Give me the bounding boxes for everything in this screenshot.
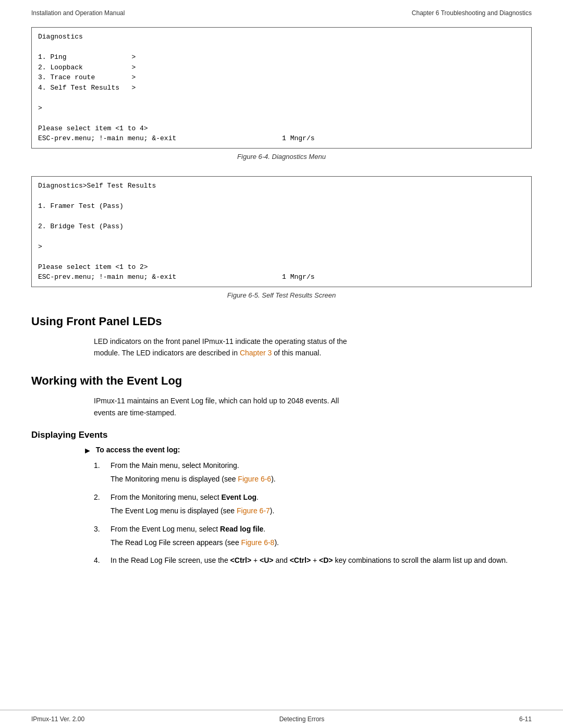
arrow-icon: ► [83, 446, 92, 455]
step-4-rest: key combinations to scroll the alarm lis… [333, 556, 508, 564]
step-4-code2: <U> [260, 556, 273, 564]
step-2-content: From the Monitoring menu, select Event L… [111, 491, 532, 517]
steps-list: From the Main menu, select Monitoring. T… [94, 460, 532, 566]
step-4: In the Read Log File screen, use the <Ct… [94, 554, 532, 566]
step-1: From the Main menu, select Monitoring. T… [94, 460, 532, 485]
footer-right: 6-11 [519, 715, 532, 723]
step-3-sub-text: The Read Log File screen appears (see [111, 538, 241, 547]
step-2-bold: Event Log [221, 493, 256, 501]
step-2-suffix: . [256, 493, 259, 501]
step-1-sub: The Monitoring menu is displayed (see Fi… [111, 473, 532, 485]
step-4-plus2: + [311, 556, 319, 564]
figure6-6-link[interactable]: Figure 6-6 [238, 475, 271, 483]
figure4-caption: Figure 6-4. Diagnostics Menu [31, 153, 532, 161]
page: Installation and Operation Manual Chapte… [0, 0, 563, 728]
section1-body2: module. The LED indicators are described… [94, 349, 240, 357]
step-2: From the Monitoring menu, select Event L… [94, 491, 532, 517]
step-1-sub-text: The Monitoring menu is displayed (see [111, 475, 238, 483]
step-3-bold: Read log file [220, 525, 263, 533]
page-footer: IPmux-11 Ver. 2.00 Detecting Errors 6-11 [0, 710, 563, 728]
step-2-prefix: From the Monitoring menu, select [111, 493, 221, 501]
step-3-suffix: . [263, 525, 265, 533]
section1-body1: LED indicators on the front panel IPmux-… [94, 337, 347, 346]
step-4-content: In the Read Log File screen, use the <Ct… [111, 554, 532, 566]
step-3: From the Event Log menu, select Read log… [94, 523, 532, 549]
step-4-plus1: + [251, 556, 260, 564]
step-4-code4: <D> [319, 556, 333, 564]
main-content: Diagnostics 1. Ping > 2. Loopback > 3. T… [0, 22, 563, 710]
section-using-front-panel-leds-title: Using Front Panel LEDs [31, 315, 532, 328]
figure6-8-link[interactable]: Figure 6-8 [241, 538, 275, 547]
procedure-label: To access the event log: [96, 446, 180, 454]
arrow-bullet-procedure: ► To access the event log: [83, 446, 532, 455]
footer-left: IPmux-11 Ver. 2.00 [31, 715, 84, 723]
section1-body2-rest: of this manual. [272, 349, 321, 357]
step-2-sub-rest: ). [270, 507, 275, 515]
step-3-sub: The Read Log File screen appears (see Fi… [111, 537, 532, 548]
self-test-results-terminal: Diagnostics>Self Test Results 1. Framer … [31, 176, 532, 287]
step-2-sub: The Event Log menu is displayed (see Fig… [111, 505, 532, 516]
step-4-and: and [274, 556, 290, 564]
figure5-caption: Figure 6-5. Self Test Results Screen [31, 291, 532, 299]
page-header: Installation and Operation Manual Chapte… [0, 0, 563, 22]
step-1-main: From the Main menu, select Monitoring. [111, 461, 239, 470]
section2-body1: IPmux-11 maintains an Event Log file, wh… [94, 397, 339, 405]
chapter3-link[interactable]: Chapter 3 [240, 349, 272, 357]
step-3-prefix: From the Event Log menu, select [111, 525, 220, 533]
step-1-content: From the Main menu, select Monitoring. T… [111, 460, 532, 485]
step-2-sub-text: The Event Log menu is displayed (see [111, 507, 237, 515]
section1-body: LED indicators on the front panel IPmux-… [94, 336, 532, 359]
section2-body: IPmux-11 maintains an Event Log file, wh… [94, 395, 532, 418]
header-right: Chapter 6 Troubleshooting and Diagnostic… [412, 9, 532, 17]
section2-body2: events are time-stamped. [94, 409, 176, 417]
step-3-content: From the Event Log menu, select Read log… [111, 523, 532, 549]
step-4-code3: <Ctrl> [290, 556, 311, 564]
header-left: Installation and Operation Manual [31, 9, 125, 17]
step-3-sub-rest: ). [274, 538, 279, 547]
step-4-main: In the Read Log File screen, use the [111, 556, 230, 564]
diagnostics-menu-terminal: Diagnostics 1. Ping > 2. Loopback > 3. T… [31, 27, 532, 149]
step-4-code1: <Ctrl> [230, 556, 251, 564]
subsection-displaying-events-title: Displaying Events [31, 430, 532, 440]
section-working-event-log-title: Working with the Event Log [31, 374, 532, 388]
step-1-sub-rest: ). [271, 475, 276, 483]
footer-center: Detecting Errors [279, 715, 325, 723]
figure6-7-link[interactable]: Figure 6-7 [237, 507, 270, 515]
